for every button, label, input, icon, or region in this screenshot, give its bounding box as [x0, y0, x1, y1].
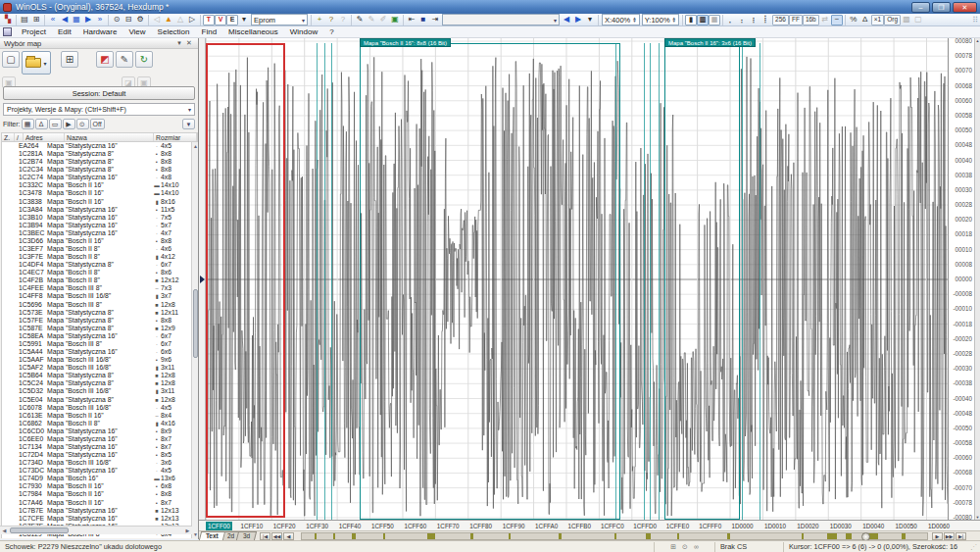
map-list-item[interactable]: 1C6EE0Mapa "Statystyczna 16"▪8x7: [2, 435, 192, 443]
search-icon[interactable]: ⊙: [111, 15, 122, 25]
display-ff-icon[interactable]: FF: [789, 15, 803, 25]
map-list-item[interactable]: 1C281AMapa "Statystyczna 8"▪8x8: [2, 150, 192, 158]
filter-dropdown-icon[interactable]: ▼: [182, 119, 195, 129]
version-list-icon[interactable]: ▦: [71, 15, 82, 25]
mode-hexdump-icon[interactable]: ▮: [685, 15, 697, 25]
import-icon[interactable]: ▲: [163, 15, 174, 25]
map-list-item[interactable]: 1C58EAMapa "Statystyczna 16"·6x7: [2, 332, 192, 340]
menu-item-miscellaneous[interactable]: Miscellaneous: [222, 27, 284, 36]
split-window-icon[interactable]: ⊟: [122, 15, 134, 25]
nav-next-icon[interactable]: ▶: [572, 15, 584, 25]
map-list-item[interactable]: 1C7984Mapa "Bosch II 16"▪8x8: [2, 490, 192, 498]
toolbar-overflow-icon[interactable]: ⠿: [972, 16, 978, 25]
text-view-icon[interactable]: T: [203, 15, 215, 25]
column-header-nazwa[interactable]: Nazwa: [65, 133, 154, 141]
frame-icon[interactable]: ▢: [912, 15, 924, 25]
panel-close-icon[interactable]: ✕: [184, 39, 194, 47]
factor-icon[interactable]: ×1: [871, 15, 884, 25]
filter-off-button[interactable]: Off: [90, 119, 105, 129]
chart-right-scrollbar[interactable]: ▲ ▼: [974, 38, 980, 520]
maps-list-icon[interactable]: ▣: [389, 15, 401, 25]
session-button[interactable]: Session: Default: [3, 86, 195, 100]
map-list-item[interactable]: 1C3EF7Mapa "Bosch II 8"·4x6: [2, 245, 192, 253]
scrollbar-thumb[interactable]: [193, 289, 198, 358]
map-list-item[interactable]: 1C5696Mapa "Bosch III 8"■12x8: [2, 301, 192, 309]
column-header-adres[interactable]: Adres: [24, 133, 65, 141]
view-tab-3d[interactable]: 3d: [236, 531, 257, 540]
maximize-button[interactable]: ❐: [932, 2, 951, 13]
map-table-scrollbar[interactable]: ▲ ▼: [191, 142, 198, 538]
map-list-item[interactable]: 1C5A44Mapa "Statystyczna 16"·6x6: [2, 348, 192, 356]
nav-more-icon[interactable]: ▾: [584, 15, 596, 25]
map-list-item[interactable]: 1C4FF8Mapa "Bosch III 16/8"▮3x7: [2, 292, 192, 300]
map-list-item[interactable]: 1C7B7EMapa "Statystyczna 16"■12x13: [2, 507, 192, 515]
map-list-item[interactable]: 1C5AAFMapa "Bosch III 16/8"▪9x6: [2, 356, 192, 364]
last-version-icon[interactable]: »: [94, 15, 106, 25]
scroll-far-right-button-2[interactable]: ▶|: [956, 532, 966, 540]
edit-hex-icon[interactable]: ✎: [366, 15, 377, 25]
hexdump-chart[interactable]: Mapa "Bosch II 16": 8x8 (16 Bit)Mapa "Bo…: [206, 38, 948, 520]
view-dropdown-icon[interactable]: ▾: [238, 15, 250, 25]
map-tools-icon[interactable]: ✐: [377, 15, 389, 25]
scroll-up-icon[interactable]: ▲: [975, 38, 980, 43]
2d-view-icon[interactable]: V: [215, 15, 226, 25]
open-project-icon[interactable]: ▤: [19, 15, 30, 25]
scroll-down-icon[interactable]: ▼: [192, 530, 199, 538]
map-list-item[interactable]: 1C4DF4Mapa "Statystyczna 8"·6x7: [2, 261, 192, 269]
y-zoom-control[interactable]: Y:100%▲▼: [642, 14, 679, 25]
map-list-item[interactable]: 1C5C24Mapa "Statystyczna 8"■12x8: [2, 379, 192, 387]
map-list-item[interactable]: 1C4F2BMapa "Bosch II 8"■12x12: [2, 276, 192, 284]
map-info-box[interactable]: ▾: [442, 14, 560, 25]
map-list-item[interactable]: 1C4EC7Mapa "Bosch II 8"▪8x6: [2, 269, 192, 276]
help-icon[interactable]: ?: [325, 15, 337, 25]
prev-diff-icon[interactable]: ⇤: [406, 15, 417, 25]
map-list-item[interactable]: 1C6078Mapa "Bosch III 16/8"·4x5: [2, 404, 192, 412]
filter-delta-icon[interactable]: Δ: [35, 119, 48, 129]
map-list-item[interactable]: EA264Mapa "Statystyczna 16"·4x5: [2, 142, 192, 150]
minimize-button[interactable]: –: [911, 2, 930, 13]
width-3byte-icon[interactable]: ⡆: [749, 15, 760, 25]
menu-item-selection[interactable]: Selection: [152, 27, 196, 36]
map-list-item[interactable]: 1C613EMapa "Bosch II 16"–8x4: [2, 412, 192, 420]
map-list-item[interactable]: 1C3478Mapa "Bosch II 16"▬14x10: [2, 189, 192, 197]
map-wizard-icon[interactable]: ✎: [116, 51, 133, 68]
map-list-item[interactable]: 1C5D32Mapa "Bosch III 16/8"▮3x11: [2, 387, 192, 395]
forward-icon[interactable]: ▷: [186, 15, 198, 25]
map-list-item[interactable]: 1C3B94Mapa "Statystyczna 16"·5x7: [2, 222, 192, 229]
map-list-item[interactable]: 1C734DMapa "Bosch III 16/8"·3x6: [2, 459, 192, 467]
swap-bytes-icon[interactable]: ⇄: [819, 15, 831, 25]
map-list-item[interactable]: 1C7134Mapa "Statystyczna 16"▪8x7: [2, 443, 192, 451]
map-list-item[interactable]: 1C4FEEMapa "Bosch III 8"–7x3: [2, 284, 192, 292]
column-header-rozmiar[interactable]: Rozmiar: [154, 133, 197, 141]
map-package-icon[interactable]: ⊞: [61, 51, 78, 68]
scroll-far-left-button-2[interactable]: ◀: [283, 532, 294, 540]
map-list-item[interactable]: 1C5B64Mapa "Statystyczna 8"■12x8: [2, 372, 192, 379]
import-maps-icon[interactable]: ◩: [96, 51, 114, 68]
scroll-up-icon[interactable]: ▲: [192, 142, 199, 150]
new-map-icon[interactable]: ▢: [2, 51, 20, 68]
filter-search-icon[interactable]: ⊙: [76, 119, 89, 129]
map-list-item[interactable]: 1C3BECMapa "Statystyczna 16"·4x7: [2, 229, 192, 237]
project-overview-icon[interactable]: ⊞: [30, 15, 42, 25]
map-list-item[interactable]: 1C7CFEMapa "Statystyczna 16"■12x13: [2, 515, 192, 523]
hscrollbar-thumb[interactable]: [10, 527, 69, 533]
prev-version-icon[interactable]: ◀: [59, 15, 71, 25]
map-region-box[interactable]: [664, 43, 740, 520]
menu-item-window[interactable]: Window: [284, 27, 323, 36]
map-list-item[interactable]: 1C73DCMapa "Statystyczna 16"·4x5: [2, 467, 192, 475]
map-list-item[interactable]: 1C7A46Mapa "Bosch II 16"▪8x7: [2, 499, 192, 507]
percent-icon[interactable]: %: [848, 15, 859, 25]
first-version-icon[interactable]: «: [47, 15, 59, 25]
view-tab-text[interactable]: Text: [199, 531, 225, 540]
scroll-left-icon[interactable]: ◀: [0, 527, 9, 535]
menu-item-project[interactable]: Project: [16, 27, 52, 36]
map-list-item[interactable]: 1C74D9Mapa "Bosch 16"▬13x6: [2, 475, 192, 482]
map-list-item[interactable]: 1C332CMapa "Bosch II 16"▬14x10: [2, 181, 192, 189]
menu-item-find[interactable]: Find: [196, 27, 223, 36]
map-region-box[interactable]: [360, 43, 620, 520]
menu-item--[interactable]: ?: [323, 27, 339, 36]
back-icon[interactable]: ◁: [151, 15, 163, 25]
scripts-icon[interactable]: ⚙: [134, 15, 146, 25]
winols-icon[interactable]: ▚: [2, 15, 14, 25]
map-list-item[interactable]: 1C2B74Mapa "Statystyczna 8"▪8x8: [2, 158, 192, 166]
